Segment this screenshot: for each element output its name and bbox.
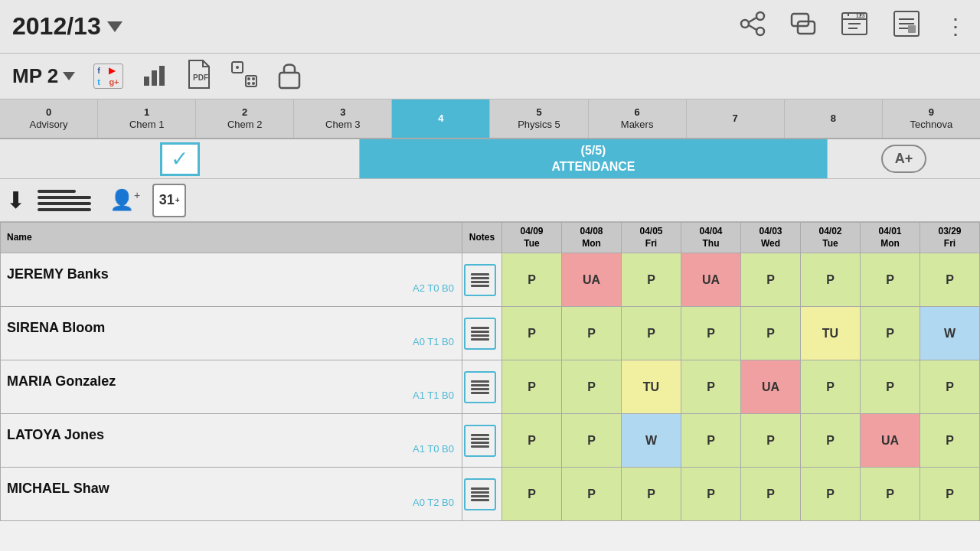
year-label[interactable]: 2012/13	[12, 12, 122, 41]
notes-icon[interactable]	[464, 425, 496, 457]
notes-icon[interactable]	[464, 478, 496, 510]
table-row: LATOYA JonesA1 T0 B0PPWPPPUAP	[1, 414, 980, 468]
attendance-cell[interactable]: P	[920, 414, 980, 468]
attendance-cell[interactable]: TU	[622, 360, 681, 414]
attendance-cell[interactable]: UA	[562, 253, 622, 307]
attendance-cell[interactable]: P	[562, 414, 622, 468]
chart-icon[interactable]	[142, 61, 168, 92]
attendance-cell[interactable]: P	[562, 360, 622, 414]
student-name: SIRENA Bloom	[7, 320, 460, 336]
student-notes-cell[interactable]	[462, 468, 502, 521]
attendance-cell[interactable]: P	[861, 307, 920, 360]
attendance-cell[interactable]: P	[681, 414, 741, 468]
student-code: A0 T1 B0	[7, 336, 460, 347]
attendance-checkbox[interactable]: ✓	[160, 142, 200, 176]
attendance-cell[interactable]: P	[562, 468, 622, 521]
attendance-cell[interactable]: P	[861, 253, 920, 307]
pdf-icon[interactable]: PDF	[186, 59, 212, 94]
social-icon[interactable]: f ▶ t g+	[93, 64, 122, 89]
attendance-cell[interactable]: UA	[861, 414, 920, 468]
col-header-date-0: 04/09Tue	[502, 223, 562, 253]
tab-technova[interactable]: 9 Technova	[883, 99, 980, 138]
tools-icon[interactable]	[893, 10, 920, 43]
grade-button[interactable]: A+	[881, 145, 927, 173]
att-center: (5/5) ATTENDANCE	[360, 139, 827, 178]
attendance-cell[interactable]: P	[681, 360, 741, 414]
attendance-cell[interactable]: P	[920, 360, 980, 414]
student-name-cell: LATOYA JonesA1 T0 B0	[1, 414, 462, 468]
dice-icon[interactable]	[230, 60, 258, 93]
attendance-cell[interactable]: P	[622, 468, 681, 521]
add-person-icon[interactable]: 👤+	[109, 188, 140, 212]
tab-makers[interactable]: 6 Makers	[589, 99, 687, 138]
mp-label[interactable]: MP 2	[12, 64, 75, 88]
attendance-cell[interactable]: P	[741, 307, 801, 360]
attendance-cell[interactable]: P	[681, 468, 741, 521]
attendance-cell[interactable]: P	[502, 253, 562, 307]
attendance-cell[interactable]: TU	[801, 307, 861, 360]
tab-8[interactable]: 8	[785, 99, 883, 138]
attendance-cell[interactable]: P	[741, 414, 801, 468]
tab-advisory[interactable]: 0 Advisory	[0, 99, 98, 138]
col-header-date-3: 04/04Thu	[681, 223, 741, 253]
notes-icon[interactable]	[464, 264, 496, 296]
chat-icon[interactable]	[790, 11, 816, 42]
attendance-cell[interactable]: P	[861, 360, 920, 414]
col-header-date-5: 04/02Tue	[801, 223, 861, 253]
tab-chem3[interactable]: 3 Chem 3	[294, 99, 392, 138]
attendance-cell[interactable]: P	[801, 360, 861, 414]
attendance-cell[interactable]: UA	[681, 253, 741, 307]
share-icon[interactable]	[740, 11, 766, 42]
attendance-cell[interactable]: P	[801, 253, 861, 307]
calendar-button[interactable]: 31 +	[152, 184, 186, 217]
attendance-cell[interactable]: P	[502, 307, 562, 360]
attendance-cell[interactable]: W	[622, 414, 681, 468]
attendance-cell[interactable]: P	[681, 307, 741, 360]
attendance-cell[interactable]: P	[920, 468, 980, 521]
svg-line-3	[749, 18, 756, 22]
tab-physics5[interactable]: 5 Physics 5	[490, 99, 588, 138]
attendance-cell[interactable]: P	[502, 414, 562, 468]
notes-icon[interactable]	[464, 318, 496, 350]
attendance-cell[interactable]: UA	[741, 360, 801, 414]
col-header-date-6: 04/01Mon	[861, 223, 920, 253]
attendance-cell[interactable]: P	[741, 468, 801, 521]
svg-point-27	[252, 82, 255, 85]
student-notes-cell[interactable]	[462, 360, 502, 414]
attendance-cell[interactable]: P	[502, 360, 562, 414]
attendance-cell[interactable]: W	[920, 307, 980, 360]
tab-7[interactable]: 7	[687, 99, 785, 138]
tools-row: ⬇ 👤+ 31 +	[0, 179, 980, 222]
svg-rect-21	[159, 66, 165, 86]
col-header-date-4: 04/03Wed	[741, 223, 801, 253]
attendance-cell[interactable]: P	[920, 253, 980, 307]
tab-4-active[interactable]: 4	[392, 99, 490, 138]
attendance-cell[interactable]: P	[741, 253, 801, 307]
mp-dropdown-caret[interactable]	[63, 72, 75, 80]
attendance-cell[interactable]: P	[861, 468, 920, 521]
svg-line-4	[749, 25, 756, 30]
student-notes-cell[interactable]	[462, 414, 502, 468]
down-arrow-icon[interactable]: ⬇	[6, 187, 25, 214]
attendance-cell[interactable]: P	[801, 414, 861, 468]
tab-chem2[interactable]: 2 Chem 2	[196, 99, 294, 138]
attendance-cell[interactable]: P	[622, 253, 681, 307]
more-icon[interactable]: ⋮	[945, 14, 968, 39]
att-right: A+	[827, 139, 980, 178]
calendar-notes-icon[interactable]: 123	[841, 10, 868, 43]
lines-icon[interactable]	[38, 190, 91, 211]
student-name-cell: SIRENA BloomA0 T1 B0	[1, 307, 462, 360]
attendance-cell[interactable]: P	[562, 307, 622, 360]
tab-chem1[interactable]: 1 Chem 1	[98, 99, 196, 138]
student-notes-cell[interactable]	[462, 307, 502, 360]
student-notes-cell[interactable]	[462, 253, 502, 307]
svg-point-2	[756, 28, 764, 35]
year-dropdown-caret[interactable]	[107, 21, 122, 32]
svg-rect-6	[798, 21, 815, 34]
notes-icon[interactable]	[464, 371, 496, 403]
attendance-cell[interactable]: P	[801, 468, 861, 521]
attendance-cell[interactable]: P	[502, 468, 562, 521]
attendance-cell[interactable]: P	[622, 307, 681, 360]
student-code: A1 T0 B0	[7, 443, 460, 455]
lock-icon[interactable]	[276, 59, 302, 94]
